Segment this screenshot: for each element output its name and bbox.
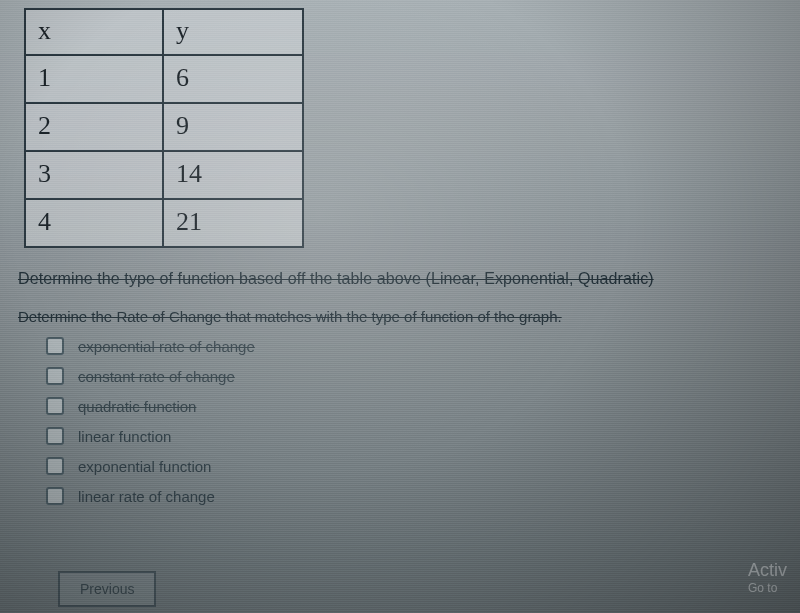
option-linear-function[interactable]: linear function bbox=[46, 427, 782, 445]
table-row: 2 9 bbox=[25, 103, 303, 151]
option-constant-rate[interactable]: constant rate of change bbox=[46, 367, 782, 385]
prompt-function-type: Determine the type of function based off… bbox=[18, 270, 782, 288]
cell-y: 21 bbox=[163, 199, 303, 247]
checkbox-icon[interactable] bbox=[46, 397, 64, 415]
checkbox-icon[interactable] bbox=[46, 367, 64, 385]
checkbox-icon[interactable] bbox=[46, 337, 64, 355]
checkbox-icon[interactable] bbox=[46, 457, 64, 475]
checkbox-icon[interactable] bbox=[46, 487, 64, 505]
option-label: quadratic function bbox=[78, 398, 196, 415]
table-header-row: x y bbox=[25, 9, 303, 55]
table-row: 1 6 bbox=[25, 55, 303, 103]
watermark-line1: Activ bbox=[748, 560, 800, 581]
question-content: x y 1 6 2 9 3 14 4 21 Determine the type… bbox=[0, 0, 800, 505]
windows-activation-watermark: Activ Go to bbox=[748, 560, 800, 595]
option-exponential-function[interactable]: exponential function bbox=[46, 457, 782, 475]
option-label: linear function bbox=[78, 428, 171, 445]
watermark-line2: Go to bbox=[748, 581, 800, 595]
answer-options: exponential rate of change constant rate… bbox=[18, 337, 782, 505]
option-label: linear rate of change bbox=[78, 488, 215, 505]
option-label: exponential function bbox=[78, 458, 211, 475]
cell-y: 14 bbox=[163, 151, 303, 199]
option-linear-rate[interactable]: linear rate of change bbox=[46, 487, 782, 505]
table-row: 4 21 bbox=[25, 199, 303, 247]
cell-x: 3 bbox=[25, 151, 163, 199]
previous-button[interactable]: Previous bbox=[58, 571, 156, 607]
option-quadratic-function[interactable]: quadratic function bbox=[46, 397, 782, 415]
cell-x: 2 bbox=[25, 103, 163, 151]
option-label: constant rate of change bbox=[78, 368, 235, 385]
prompt-rate-of-change: Determine the Rate of Change that matche… bbox=[18, 308, 782, 325]
cell-y: 9 bbox=[163, 103, 303, 151]
option-label: exponential rate of change bbox=[78, 338, 255, 355]
header-y: y bbox=[163, 9, 303, 55]
table-row: 3 14 bbox=[25, 151, 303, 199]
header-x: x bbox=[25, 9, 163, 55]
cell-x: 1 bbox=[25, 55, 163, 103]
cell-x: 4 bbox=[25, 199, 163, 247]
option-exponential-rate[interactable]: exponential rate of change bbox=[46, 337, 782, 355]
cell-y: 6 bbox=[163, 55, 303, 103]
checkbox-icon[interactable] bbox=[46, 427, 64, 445]
xy-table: x y 1 6 2 9 3 14 4 21 bbox=[24, 8, 304, 248]
